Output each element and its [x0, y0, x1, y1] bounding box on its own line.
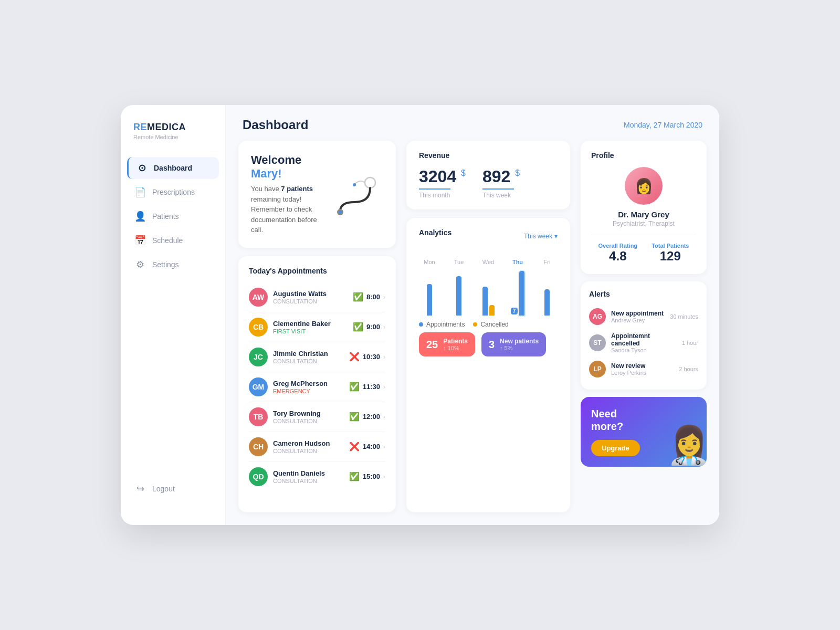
- appointment-item[interactable]: JC Jimmie Christian CONSULTATION ❌ 10:30…: [249, 342, 385, 372]
- revenue-title: Revenue: [419, 151, 558, 160]
- appointment-info: Quentin Daniels CONSULTATION: [273, 469, 344, 484]
- appointment-type: CONSULTATION: [273, 358, 344, 364]
- welcome-heading: Welcome Mary!: [251, 153, 322, 181]
- appointment-info: Jimmie Christian CONSULTATION: [273, 350, 344, 364]
- sidebar-item-label-schedule: Schedule: [152, 236, 183, 245]
- chart-day-wed: Wed: [478, 259, 499, 316]
- patients-stat-number: 25: [426, 339, 438, 351]
- appointment-name: Cameron Hudson: [273, 439, 344, 447]
- sidebar-item-prescriptions[interactable]: 📄 Prescriptions: [127, 181, 219, 203]
- alert-item[interactable]: LP New review Leroy Perkins 2 hours: [589, 357, 698, 381]
- appointment-item[interactable]: AW Augustine Watts CONSULTATION ✅ 8:00 ›: [249, 282, 385, 312]
- appointment-name: Tory Browning: [273, 410, 344, 417]
- appointments-title: Today's Appointments: [249, 267, 385, 275]
- appointment-avatar: CB: [249, 318, 268, 337]
- appointment-info: Augustine Watts CONSULTATION: [273, 290, 348, 304]
- revenue-this-week: 892 $ This week: [482, 167, 520, 199]
- alert-item[interactable]: ST Appointemnt cancelled Sandra Tyson 1 …: [589, 329, 698, 357]
- sidebar-item-patients[interactable]: 👤 Patients: [127, 205, 219, 227]
- page-header: Dashboard Monday, 27 March 2020: [226, 105, 719, 141]
- welcome-description: You have 7 patients remaining today! Rem…: [251, 184, 322, 235]
- chart-day-thu: Thu 7: [507, 259, 528, 316]
- appointment-name: Augustine Watts: [273, 290, 348, 298]
- appointment-right: ✅ 9:00 ›: [353, 322, 385, 332]
- revenue-this-month: 3204 $ This month: [419, 167, 466, 199]
- revenue-grid: 3204 $ This month 892 $: [419, 167, 558, 199]
- appointment-time: 10:30: [363, 353, 380, 361]
- appointment-info: Tory Browning CONSULTATION: [273, 410, 344, 424]
- appointment-name: Jimmie Christian: [273, 350, 344, 358]
- sidebar-item-settings[interactable]: ⚙ Settings: [127, 254, 219, 276]
- appointment-info: Greg McPherson EMERGENCY: [273, 380, 344, 394]
- status-check-icon: ✅: [349, 471, 360, 481]
- appointment-right: ✅ 15:00 ›: [349, 471, 385, 481]
- appointment-item[interactable]: TB Tory Browning CONSULTATION ✅ 12:00 ›: [249, 402, 385, 432]
- appointment-info: Clementine Baker FIRST VISIT: [273, 320, 348, 334]
- app-container: REMEDICA Remote Medicine ⊙ Dashboard 📄 P…: [121, 105, 719, 525]
- welcome-name: Mary!: [251, 167, 282, 180]
- bar-group: [544, 268, 550, 316]
- logout-icon: ↪: [134, 483, 146, 495]
- appointment-item[interactable]: QD Quentin Daniels CONSULTATION ✅ 15:00 …: [249, 462, 385, 491]
- alert-item[interactable]: AG New appointment Andrew Grey 30 minute…: [589, 304, 698, 329]
- patients-icon: 👤: [134, 211, 146, 222]
- new-patients-stat: 3 New patients ↑ 5%: [481, 332, 546, 356]
- alert-sub: Sandra Tyson: [611, 347, 677, 353]
- appointment-item[interactable]: CH Cameron Hudson CONSULTATION ❌ 14:00 ›: [249, 432, 385, 462]
- chart-day-label: Thu: [512, 259, 523, 265]
- appointment-avatar: AW: [249, 288, 268, 307]
- chevron-right-icon: ›: [383, 473, 385, 480]
- stethoscope-illustration: [331, 173, 383, 215]
- alert-info: Appointemnt cancelled Sandra Tyson: [611, 332, 677, 353]
- new-patients-stat-info: New patients ↑ 5%: [500, 338, 539, 351]
- svg-point-0: [365, 177, 375, 188]
- patients-stat: 25 Patients ↑ 10%: [419, 332, 475, 356]
- logout-button[interactable]: ↪ Logout: [127, 478, 219, 500]
- svg-point-3: [353, 183, 356, 186]
- page-date: Monday, 27 March 2020: [624, 121, 702, 129]
- appointment-name: Greg McPherson: [273, 380, 344, 387]
- bar-group: [482, 268, 495, 316]
- week-selector[interactable]: This week ▾: [524, 233, 558, 240]
- appointment-type: FIRST VISIT: [273, 328, 348, 334]
- logout-label: Logout: [152, 485, 175, 493]
- welcome-reminder: Remember to check documentation before c…: [251, 205, 317, 234]
- profile-avatar: 👩: [625, 167, 663, 205]
- stats-row: 25 Patients ↑ 10% 3 New patients ↑ 5%: [419, 332, 558, 356]
- appointment-item[interactable]: GM Greg McPherson EMERGENCY ✅ 11:30 ›: [249, 372, 385, 402]
- appointment-avatar: CH: [249, 437, 268, 456]
- alert-time: 1 hour: [682, 340, 698, 346]
- appointment-right: ✅ 12:00 ›: [349, 412, 385, 422]
- svg-point-2: [339, 211, 342, 214]
- this-week-label: This week: [482, 192, 520, 199]
- rating-stat: Overall Rating 4.8: [598, 243, 638, 264]
- appointment-name: Clementine Baker: [273, 320, 348, 328]
- sidebar-item-schedule[interactable]: 📅 Schedule: [127, 229, 219, 251]
- appointment-item[interactable]: CB Clementine Baker FIRST VISIT ✅ 9:00 ›: [249, 312, 385, 342]
- appointments-card: Today's Appointments AW Augustine Watts …: [238, 256, 396, 513]
- appointment-avatar: JC: [249, 348, 268, 366]
- sidebar-item-dashboard[interactable]: ⊙ Dashboard: [127, 157, 219, 179]
- patients-stat-info: Patients ↑ 10%: [443, 338, 468, 351]
- appointment-time: 9:00: [366, 323, 380, 331]
- appointment-right: ❌ 14:00 ›: [349, 442, 385, 452]
- legend-dot-cancelled: [473, 322, 477, 327]
- alerts-section: Alerts AG New appointment Andrew Grey 30…: [581, 281, 707, 390]
- chart-day-label: Wed: [482, 259, 494, 265]
- rating-label: Overall Rating: [598, 243, 638, 249]
- new-patients-stat-number: 3: [489, 339, 495, 351]
- this-month-amount: 3204 $: [419, 167, 466, 186]
- welcome-card: Welcome Mary! You have 7 patients remain…: [238, 141, 396, 248]
- legend-cancelled: Cancelled: [473, 321, 508, 328]
- profile-stats: Overall Rating 4.8 Total Patients 129: [591, 235, 696, 264]
- upgrade-button[interactable]: Upgrade: [591, 440, 640, 456]
- page-title: Dashboard: [243, 118, 308, 132]
- appointment-time: 15:00: [363, 472, 380, 480]
- chevron-right-icon: ›: [383, 293, 385, 301]
- bar-appointments: [544, 289, 550, 316]
- active-day-badge: 7: [511, 308, 518, 314]
- right-column: Profile 👩 Dr. Mary Grey Psychiatrist, Th…: [581, 141, 707, 512]
- revenue-card: Revenue 3204 $ This month 89: [406, 141, 570, 209]
- appointment-type: CONSULTATION: [273, 298, 348, 304]
- logo-title: REMEDICA: [133, 122, 213, 133]
